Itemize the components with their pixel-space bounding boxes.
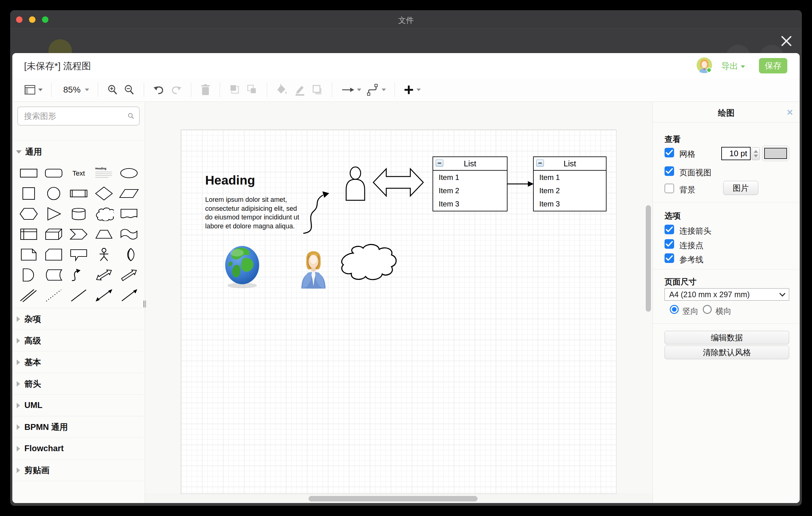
canvas-cloud-shape[interactable] xyxy=(339,242,398,285)
shape-tape[interactable] xyxy=(117,224,142,245)
horizontal-scrollbar-track[interactable] xyxy=(145,494,652,503)
shape-step[interactable] xyxy=(66,224,91,245)
save-button[interactable]: 保存 xyxy=(759,58,787,74)
page-view-checkbox[interactable] xyxy=(665,166,674,176)
shape-textbox[interactable]: Heading xyxy=(91,163,116,183)
canvas-heading-text[interactable]: Heading xyxy=(205,173,255,188)
shape-arrow[interactable] xyxy=(117,265,142,285)
portrait-radio[interactable] xyxy=(670,305,679,314)
undo-button[interactable] xyxy=(150,82,168,97)
line-color-button[interactable] xyxy=(291,82,309,97)
canvas-curve-connector[interactable] xyxy=(301,184,335,236)
shape-cloud[interactable] xyxy=(91,204,116,224)
shape-curve[interactable] xyxy=(66,265,91,285)
sidebar-section-3[interactable]: 箭头 xyxy=(12,373,145,394)
shape-bidirectional-arrow[interactable] xyxy=(91,265,116,285)
shape-data-storage[interactable] xyxy=(41,265,66,285)
clear-default-style-button[interactable]: 清除默认风格 xyxy=(665,346,789,359)
connection-style-button[interactable] xyxy=(339,82,364,97)
list-item[interactable]: Item 3 xyxy=(433,197,507,210)
shape-rounded-rectangle[interactable] xyxy=(41,163,66,183)
drawing-canvas[interactable]: Heading Lorem ipsum dolor sit amet, cons… xyxy=(145,102,652,503)
collapse-icon[interactable] xyxy=(536,160,544,167)
grid-size-stepper[interactable] xyxy=(752,147,760,160)
connection-arrows-checkbox[interactable] xyxy=(665,225,674,234)
waypoint-style-button[interactable] xyxy=(364,82,388,97)
shape-hexagon[interactable] xyxy=(16,204,41,224)
shape-callout[interactable] xyxy=(66,245,91,265)
canvas-globe-image[interactable] xyxy=(224,245,260,289)
horizontal-scrollbar[interactable] xyxy=(309,496,477,501)
list-header[interactable]: List xyxy=(534,157,606,171)
shape-diamond[interactable] xyxy=(91,183,116,204)
edit-data-button[interactable]: 编辑数据 xyxy=(665,331,789,344)
search-input[interactable] xyxy=(24,111,127,121)
vertical-scrollbar[interactable] xyxy=(646,205,651,312)
shape-document[interactable] xyxy=(117,204,142,224)
shape-circle[interactable] xyxy=(41,183,66,204)
connection-points-checkbox[interactable] xyxy=(665,239,674,249)
shadow-button[interactable] xyxy=(309,82,326,97)
user-avatar[interactable] xyxy=(696,57,713,74)
collapse-icon[interactable] xyxy=(436,160,443,167)
list-shape-1[interactable]: List Item 1 Item 2 Item 3 xyxy=(433,156,508,211)
shape-square[interactable] xyxy=(16,183,41,204)
background-checkbox[interactable] xyxy=(665,183,674,193)
canvas-connector-arrow[interactable] xyxy=(507,179,534,189)
shape-link[interactable] xyxy=(16,285,41,306)
shape-directional-connector[interactable] xyxy=(117,285,142,306)
shape-parallelogram[interactable] xyxy=(117,183,142,204)
shape-triangle[interactable] xyxy=(41,204,66,224)
sidebar-section-4[interactable]: UML xyxy=(12,394,145,416)
list-item[interactable]: Item 1 xyxy=(433,171,507,184)
delete-button[interactable] xyxy=(198,82,213,97)
shape-or[interactable] xyxy=(117,245,142,265)
to-front-button[interactable] xyxy=(226,82,243,97)
canvas-businesswoman-image[interactable] xyxy=(298,250,328,289)
shape-card[interactable] xyxy=(41,245,66,265)
shape-rectangle[interactable] xyxy=(16,163,41,183)
list-item[interactable]: Item 2 xyxy=(534,184,606,197)
zoom-out-button[interactable] xyxy=(121,82,138,97)
shape-cube[interactable] xyxy=(41,224,66,245)
shape-cylinder[interactable] xyxy=(66,204,91,224)
shape-process[interactable] xyxy=(66,183,91,204)
sidebar-resize-handle[interactable] xyxy=(143,300,147,308)
shape-trapezoid[interactable] xyxy=(91,224,116,245)
canvas-paragraph-text[interactable]: Lorem ipsum dolor sit amet, consectetur … xyxy=(205,195,300,231)
page[interactable]: Heading Lorem ipsum dolor sit amet, cons… xyxy=(181,130,616,494)
landscape-radio[interactable] xyxy=(703,305,712,314)
sidebar-section-1[interactable]: 高级 xyxy=(12,329,145,351)
page-layout-button[interactable] xyxy=(22,82,45,97)
panel-close-icon[interactable]: × xyxy=(787,106,793,118)
shape-internal-storage[interactable] xyxy=(16,224,41,245)
shape-search-box[interactable] xyxy=(17,107,140,125)
shape-text[interactable]: Text xyxy=(66,163,91,183)
section-general[interactable]: 通用 xyxy=(12,141,145,163)
shape-bidirectional-connector[interactable] xyxy=(91,285,116,306)
grid-size-input[interactable] xyxy=(721,147,751,160)
fill-color-button[interactable] xyxy=(273,82,291,97)
canvas-double-arrow-shape[interactable] xyxy=(372,165,424,200)
image-button[interactable]: 图片 xyxy=(723,181,758,195)
page-size-select[interactable]: A4 (210 mm x 297 mm) xyxy=(665,288,789,300)
list-item[interactable]: Item 3 xyxy=(534,197,606,210)
zoom-in-button[interactable] xyxy=(104,82,121,97)
shape-actor[interactable] xyxy=(91,245,116,265)
sidebar-section-2[interactable]: 基本 xyxy=(12,351,145,373)
close-icon[interactable] xyxy=(780,34,793,48)
shape-note[interactable] xyxy=(16,245,41,265)
guides-checkbox[interactable] xyxy=(665,253,674,263)
sidebar-section-5[interactable]: BPMN 通用 xyxy=(12,416,145,438)
sidebar-section-6[interactable]: Flowchart xyxy=(12,438,145,459)
shape-line[interactable] xyxy=(66,285,91,306)
redo-button[interactable] xyxy=(168,82,185,97)
shape-and[interactable] xyxy=(16,265,41,285)
export-button[interactable]: 导出 xyxy=(721,60,745,71)
list-item[interactable]: Item 2 xyxy=(433,184,507,197)
shape-ellipse[interactable] xyxy=(117,163,142,183)
grid-checkbox[interactable] xyxy=(665,148,674,157)
shape-dotted-line[interactable] xyxy=(41,285,66,306)
sidebar-section-0[interactable]: 杂项 xyxy=(12,308,145,329)
to-back-button[interactable] xyxy=(243,82,261,97)
